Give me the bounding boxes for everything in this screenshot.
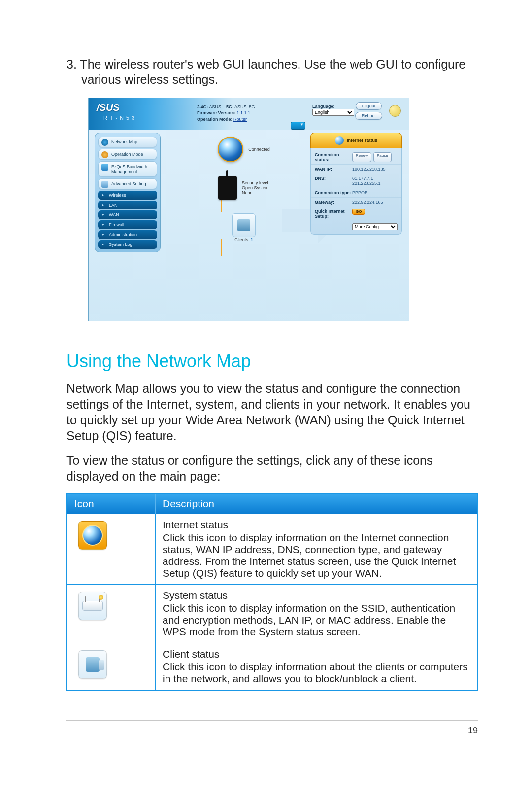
- sidebar-item-ezqos[interactable]: EzQoS Bandwidth Management: [98, 161, 157, 177]
- firmware-link[interactable]: 1.1.1.1: [237, 110, 251, 115]
- footer-rule: [66, 720, 478, 721]
- section-heading: Using the Network Map: [66, 351, 478, 372]
- reboot-button[interactable]: Reboot: [355, 112, 382, 120]
- sidebar-sub-wireless[interactable]: Wireless: [98, 191, 157, 200]
- sidebar-sub-wan[interactable]: WAN: [98, 210, 157, 219]
- icon-description-table: Icon Description Internet status Click t…: [66, 493, 478, 691]
- opmode-link[interactable]: Router: [233, 117, 247, 122]
- more-config-select[interactable]: More Config ...: [352, 223, 398, 230]
- table-row: System status Click this icon to display…: [67, 584, 477, 643]
- paragraph-2: To view the status or configure the sett…: [66, 453, 478, 484]
- step-3-text: 3. The wireless router's web GUI launche…: [66, 57, 478, 88]
- language-select[interactable]: English: [312, 109, 354, 116]
- sidebar-item-network-map[interactable]: Network Map: [98, 137, 157, 147]
- clients-icon[interactable]: [232, 213, 256, 237]
- paragraph-1: Network Map allows you to view the statu…: [66, 381, 478, 444]
- internet-icon[interactable]: [218, 137, 243, 162]
- logout-button[interactable]: Logout: [356, 102, 382, 110]
- manual-page: 3. The wireless router's web GUI launche…: [0, 0, 532, 766]
- sidebar-sub-firewall[interactable]: Firewall: [98, 220, 157, 229]
- language-block: Language: English: [312, 104, 354, 116]
- sidebar-sub-lan[interactable]: LAN: [98, 201, 157, 209]
- brand-logo: /SUS: [97, 102, 120, 113]
- gui-meta: 2.4G: ASUS 5G: ASUS_5G Firmware Version:…: [197, 104, 255, 123]
- sidebar-sub-admin[interactable]: Administration: [98, 230, 157, 239]
- go-button[interactable]: GO: [352, 209, 365, 215]
- sidebar-sub-syslog[interactable]: System Log: [98, 240, 157, 249]
- internet-status-panel: Internet status Connection status: Renew…: [310, 133, 402, 235]
- pause-button[interactable]: Pause: [373, 152, 392, 162]
- help-icon[interactable]: [389, 105, 401, 117]
- client-status-icon: [78, 650, 107, 679]
- system-status-icon: [78, 592, 107, 620]
- renew-button[interactable]: Renew: [352, 152, 371, 162]
- col-description: Description: [156, 493, 478, 514]
- internet-status-icon: [78, 521, 107, 550]
- page-number: 19: [66, 726, 478, 736]
- router-gui-screenshot: /SUS R T - N 5 3 2.4G: ASUS 5G: ASUS_5G …: [88, 98, 409, 321]
- router-icon[interactable]: [218, 176, 237, 200]
- col-icon: Icon: [67, 493, 156, 514]
- gui-topbar: /SUS R T - N 5 3 2.4G: ASUS 5G: ASUS_5G …: [89, 98, 409, 130]
- globe-icon: [335, 136, 344, 145]
- table-row: Client status Click this icon to display…: [67, 643, 477, 690]
- table-row: Internet status Click this icon to displ…: [67, 514, 477, 584]
- connected-label: Connected: [248, 147, 270, 152]
- status-header: Internet status: [310, 133, 402, 148]
- step-body: The wireless router's web GUI launches. …: [80, 57, 466, 86]
- step-number: 3.: [66, 57, 77, 71]
- dropdown-badge[interactable]: [291, 122, 305, 130]
- sidebar-item-advanced[interactable]: Advanced Setting: [98, 178, 157, 189]
- sidebar: Network Map Operation Mode EzQoS Bandwid…: [95, 133, 161, 252]
- model-label: R T - N 5 3: [103, 115, 135, 121]
- network-map-area: Connected Security level: Open System No…: [167, 137, 320, 256]
- sidebar-item-operation-mode[interactable]: Operation Mode: [98, 149, 157, 160]
